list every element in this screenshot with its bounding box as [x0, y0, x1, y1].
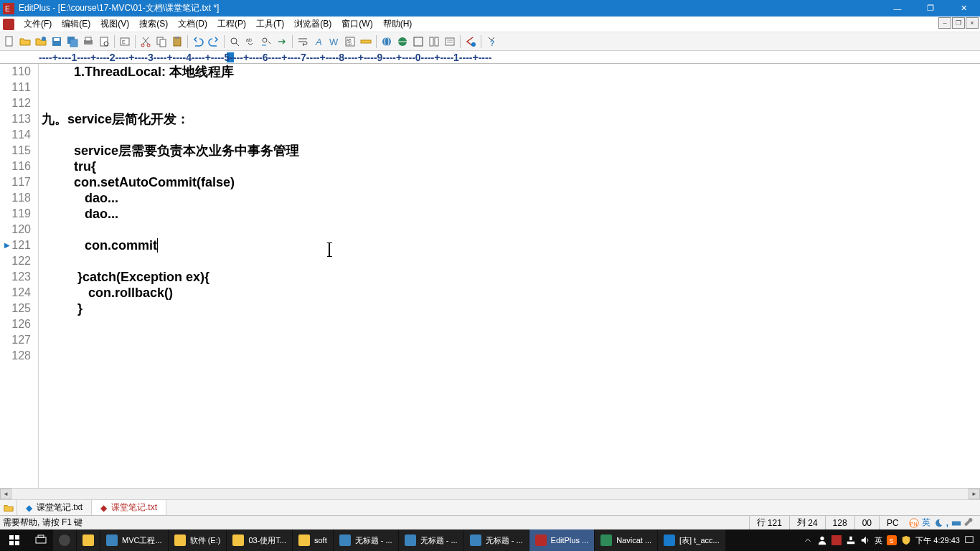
tray-people-icon[interactable] — [817, 535, 827, 545]
menu-item[interactable]: 视图(V) — [95, 17, 134, 30]
svg-rect-35 — [446, 38, 454, 45]
minimize-button[interactable]: — — [881, 0, 914, 17]
browser2-button[interactable] — [395, 34, 410, 50]
tray-volume-icon[interactable] — [860, 535, 870, 545]
menu-item[interactable]: 浏览器(B) — [289, 17, 336, 30]
tray-notifications-icon[interactable] — [964, 535, 974, 545]
taskview-button[interactable] — [29, 529, 53, 551]
code-line: dao... — [42, 206, 980, 222]
directory-button[interactable] — [0, 500, 17, 515]
help-button[interactable]: ? — [484, 34, 499, 50]
tray-clock[interactable]: 下午 4:29:43 — [915, 536, 960, 545]
copy-button[interactable] — [154, 34, 169, 50]
mdi-close-button[interactable]: × — [966, 17, 979, 29]
window-title: EditPlus - [E:\course\17-MVC\01-文档\课堂笔记.… — [19, 2, 881, 14]
taskbar-item-icon — [106, 534, 118, 546]
taskbar-item-icon — [664, 534, 675, 546]
menu-item[interactable]: 帮助(H) — [378, 17, 418, 30]
settings-button[interactable] — [442, 34, 458, 50]
status-ime-label[interactable]: 英 — [922, 517, 930, 529]
status-keyboard-icon[interactable] — [951, 518, 961, 528]
print-preview-button[interactable] — [96, 34, 112, 50]
line-number-button[interactable]: ABCD — [342, 34, 358, 50]
tray-network-icon[interactable] — [846, 535, 856, 545]
menu-item[interactable]: 工程(P) — [212, 17, 251, 30]
tray-ime-label[interactable]: 英 — [875, 535, 882, 546]
code-line: } — [42, 301, 980, 316]
menu-item[interactable]: 文档(D) — [173, 17, 212, 30]
taskbar-item[interactable]: [表] t_acc... — [658, 529, 725, 551]
close-button[interactable]: ✕ — [947, 0, 980, 17]
menu-item[interactable]: 工具(T) — [251, 17, 289, 30]
h-scrollbar[interactable]: ◄ ► — [0, 488, 980, 499]
open-file-button[interactable] — [17, 34, 33, 50]
document-tab[interactable]: ◆课堂笔记.txt — [92, 500, 166, 515]
text-cursor-icon — [329, 243, 330, 256]
save-button[interactable] — [49, 34, 65, 50]
status-comma-icon: , — [946, 518, 948, 528]
taskbar-item[interactable] — [53, 529, 76, 551]
save-all-button[interactable] — [65, 34, 80, 50]
goto-button[interactable] — [274, 34, 290, 50]
taskbar-item[interactable]: soft — [293, 529, 333, 551]
scroll-left-button[interactable]: ◄ — [0, 489, 11, 499]
italic-button[interactable]: A — [311, 34, 326, 50]
status-moon-icon[interactable] — [933, 518, 943, 528]
svg-text:ab: ab — [246, 37, 252, 42]
ruler-button[interactable] — [358, 34, 374, 50]
redo-button[interactable] — [206, 34, 222, 50]
new-file-button[interactable] — [1, 34, 17, 50]
document-tabs: ◆课堂笔记.txt◆课堂笔记.txt — [0, 499, 980, 515]
tray-sogou-icon[interactable]: S — [887, 535, 897, 545]
code-line: }catch(Exception ex){ — [42, 269, 980, 285]
word-button[interactable]: W — [326, 34, 342, 50]
paste-button[interactable] — [169, 34, 185, 50]
cut-button[interactable] — [138, 34, 154, 50]
code-line — [42, 95, 980, 111]
menu-item[interactable]: 窗口(W) — [336, 17, 377, 30]
run-button[interactable] — [463, 34, 479, 50]
line-number: 121 — [0, 237, 31, 253]
code-editor[interactable]: 1.ThreadLocal: 本地线程库 九。service层简化开发： ser… — [39, 64, 980, 488]
taskbar-item[interactable] — [77, 529, 100, 551]
taskbar-item[interactable]: MVC工程... — [100, 529, 168, 551]
open-remote-button[interactable] — [33, 34, 49, 50]
find-next-button[interactable] — [258, 34, 274, 50]
taskbar-item[interactable]: 软件 (E:) — [169, 529, 227, 551]
taskbar-item[interactable]: EditPlus ... — [529, 529, 595, 551]
menu-item[interactable]: 文件(F) — [19, 17, 57, 30]
taskbar-item[interactable]: 03-使用T... — [227, 529, 292, 551]
replace-button[interactable]: ab — [242, 34, 258, 50]
columns-button[interactable] — [426, 34, 442, 50]
taskbar-item[interactable]: 无标题 - ... — [399, 529, 463, 551]
taskbar-item-icon — [232, 534, 244, 546]
document-tab[interactable]: ◆课堂笔记.txt — [17, 500, 92, 515]
fullscreen-button[interactable] — [410, 34, 426, 50]
scroll-right-button[interactable]: ► — [969, 489, 980, 499]
browser-button[interactable] — [379, 34, 395, 50]
tray-up-icon[interactable] — [803, 535, 813, 545]
menu-item[interactable]: 搜索(S) — [134, 17, 173, 30]
taskbar-item[interactable]: Navicat ... — [595, 529, 657, 551]
hex-button[interactable]: E — [117, 34, 133, 50]
start-button[interactable] — [0, 529, 29, 551]
mdi-restore-button[interactable]: ❐ — [952, 17, 965, 29]
code-line: 1.ThreadLocal: 本地线程库 — [42, 64, 980, 80]
mdi-minimize-button[interactable]: – — [938, 17, 951, 29]
code-line: service层需要负责本次业务中事务管理 — [42, 143, 980, 159]
menu-item[interactable]: 编辑(E) — [57, 17, 95, 30]
find-button[interactable] — [227, 34, 242, 50]
code-line — [42, 348, 980, 364]
print-button[interactable] — [80, 34, 96, 50]
tray-fz-icon[interactable] — [831, 535, 842, 545]
status-pn-icon[interactable]: PN — [909, 518, 919, 528]
wordwrap-button[interactable] — [295, 34, 311, 50]
taskbar-item[interactable]: 无标题 - ... — [334, 529, 398, 551]
code-line: con.setAutoCommit(false) — [42, 174, 980, 190]
tray-shield-icon[interactable] — [901, 535, 911, 545]
maximize-button[interactable]: ❐ — [914, 0, 947, 17]
status-tool-icon[interactable] — [964, 518, 974, 528]
taskbar-item-icon — [174, 534, 186, 546]
undo-button[interactable] — [190, 34, 206, 50]
taskbar-item[interactable]: 无标题 - ... — [464, 529, 529, 551]
